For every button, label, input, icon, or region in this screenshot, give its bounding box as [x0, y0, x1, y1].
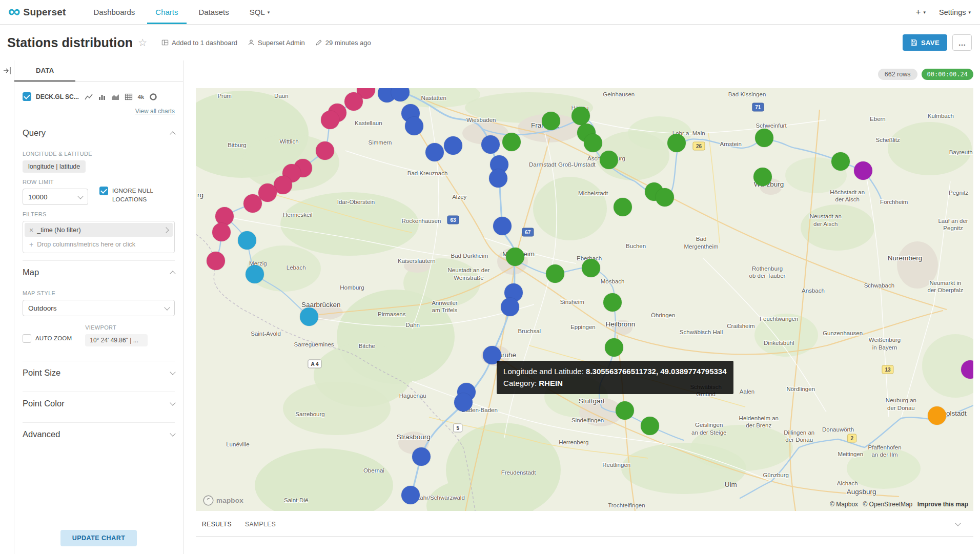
map-point-green[interactable] [831, 152, 850, 171]
map-point-purple[interactable] [854, 161, 872, 180]
favorite-star-icon[interactable]: ☆ [138, 36, 147, 49]
map-point-green[interactable] [641, 417, 659, 435]
map-point-green[interactable] [755, 129, 773, 147]
last-modified-badge[interactable]: 29 minutes ago [315, 39, 371, 47]
map-point-pink[interactable] [212, 223, 231, 241]
map-point-green[interactable] [584, 134, 602, 152]
update-chart-button[interactable]: UPDATE CHART [60, 530, 137, 546]
chevron-down-icon: ▾ [924, 10, 926, 15]
save-button[interactable]: SAVE [903, 34, 947, 51]
map-point-blue[interactable] [425, 143, 444, 161]
remove-filter-icon[interactable]: × [29, 226, 33, 234]
new-item-menu[interactable]: +▾ [916, 7, 926, 17]
superset-logo[interactable]: ∞ Superset [8, 0, 66, 24]
nav-item-charts[interactable]: Charts [147, 0, 186, 24]
osm-attribution-link[interactable]: © OpenStreetMap [863, 501, 912, 508]
map-city-label: Idar-Oberstein [337, 198, 375, 206]
point-color-section-header[interactable]: Point Color [23, 392, 175, 415]
map-point-pink[interactable] [243, 194, 262, 213]
map-point-blue[interactable] [454, 393, 473, 412]
map-city-label: Dillingen an der Donau [784, 429, 814, 444]
query-section: Query LONGITUDE & LATITUDE longitude | l… [23, 121, 175, 253]
owner-badge[interactable]: Superset Admin [248, 39, 305, 47]
map-point-blue[interactable] [493, 217, 512, 235]
map-point-green[interactable] [614, 198, 632, 216]
auto-zoom-control[interactable]: AUTO ZOOM [23, 334, 72, 343]
map-point-green[interactable] [667, 134, 686, 152]
ignore-null-control[interactable]: IGNORE NULL LOCATIONS [99, 187, 166, 203]
tab-data[interactable]: DATA [14, 60, 75, 81]
map-point-green[interactable] [753, 168, 772, 186]
map-point-cyan[interactable] [238, 231, 256, 250]
dashboard-count-badge[interactable]: Added to 1 dashboard [161, 39, 237, 47]
lonlat-value-pill[interactable]: longitude | latitude [23, 160, 86, 173]
map-point-green[interactable] [571, 107, 590, 125]
map-point-blue[interactable] [401, 486, 420, 504]
map-style-select[interactable]: Outdoors [23, 300, 175, 316]
map-point-pink[interactable] [316, 141, 334, 160]
advanced-section-header[interactable]: Advanced [23, 423, 175, 446]
map-point-cyan[interactable] [300, 307, 318, 326]
map-point-pink[interactable] [207, 252, 225, 270]
ignore-null-checkbox[interactable] [99, 187, 108, 195]
table-icon[interactable] [125, 93, 133, 101]
map-city-label: Feuchtwangen [760, 315, 798, 322]
settings-menu[interactable]: Settings▾ [939, 8, 971, 16]
map-point-green[interactable] [542, 112, 560, 130]
map-point-blue[interactable] [501, 298, 519, 316]
nav-item-sql[interactable]: SQL▾ [241, 0, 278, 24]
collapse-results-icon[interactable] [956, 520, 967, 529]
map-point-green[interactable] [502, 133, 521, 151]
map-city-label: Ansbach [802, 287, 825, 294]
map-point-pink[interactable] [344, 92, 363, 111]
map-point-green[interactable] [605, 338, 623, 357]
road-shield: 13 [882, 365, 894, 374]
filter-drop-label: Drop columns/metrics here or click [37, 241, 135, 248]
filter-time-pill[interactable]: × _time (No filter) [25, 223, 173, 237]
map-point-blue[interactable] [412, 447, 431, 466]
row-limit-select[interactable]: 10000 [23, 189, 88, 205]
map-point-orange[interactable] [928, 406, 946, 425]
bar-chart-icon[interactable] [98, 93, 106, 101]
viewport-value[interactable]: 10° 24' 49.86" | ... [85, 334, 148, 346]
map-point-green[interactable] [582, 259, 600, 277]
map-point-green[interactable] [546, 264, 564, 283]
map-point-pink[interactable] [321, 111, 339, 129]
nav-item-dashboards[interactable]: Dashboards [85, 0, 143, 24]
query-section-header[interactable]: Query [23, 121, 175, 145]
pie-chart-icon[interactable] [149, 93, 157, 101]
road-shield: A 4 [308, 359, 321, 368]
nav-item-datasets[interactable]: Datasets [191, 0, 237, 24]
view-all-charts-link[interactable]: View all charts [135, 108, 175, 115]
tab-results[interactable]: RESULTS [202, 521, 232, 528]
point-size-section-header[interactable]: Point Size [23, 361, 175, 384]
viz-type-checkbox[interactable] [23, 92, 31, 101]
improve-map-link[interactable]: Improve this map [917, 501, 968, 508]
map-city-label: Kaiserslautern [398, 257, 436, 264]
mapbox-logo[interactable]: mapbox [203, 495, 243, 506]
line-chart-ic on[interactable] [85, 93, 93, 101]
map-point-pink[interactable] [215, 207, 234, 225]
map-point-blue[interactable] [489, 169, 507, 188]
big-number-icon[interactable]: 4k [138, 94, 144, 100]
expand-datasource-panel-icon[interactable] [3, 67, 11, 554]
map-point-pink[interactable] [258, 183, 277, 202]
map-point-blue[interactable] [481, 135, 500, 154]
area-chart-icon[interactable] [111, 93, 119, 101]
viewport-control: VIEWPORT 10° 24' 49.86" | ... [85, 324, 148, 346]
map-point-blue[interactable] [405, 117, 423, 135]
map-point-green[interactable] [656, 188, 674, 207]
map-point-green[interactable] [506, 248, 524, 266]
tab-samples[interactable]: SAMPLES [245, 521, 276, 528]
filter-drop-zone[interactable]: + Drop columns/metrics here or click [25, 237, 173, 251]
mapbox-attribution-link[interactable]: © Mapbox [830, 501, 858, 508]
map-section-header[interactable]: Map [23, 261, 175, 284]
map-point-green[interactable] [616, 401, 634, 420]
auto-zoom-checkbox[interactable] [23, 334, 31, 343]
map-point-blue[interactable] [444, 136, 462, 155]
map-point-green[interactable] [600, 151, 618, 169]
more-options-button[interactable]: … [952, 34, 972, 51]
map-canvas[interactable]: PrümDaunNastättenGelnhausenBad Kissingen… [196, 88, 973, 511]
map-point-green[interactable] [603, 293, 622, 312]
map-point-cyan[interactable] [246, 265, 264, 283]
